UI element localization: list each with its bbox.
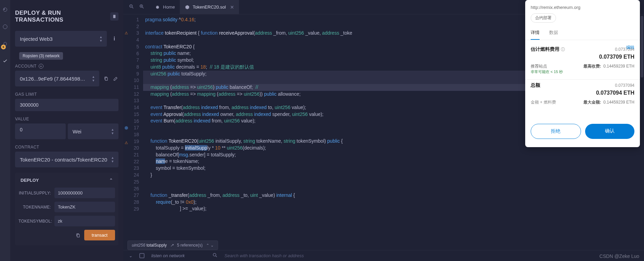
code-line[interactable]: balanceOf[msg.sender] = totalSupply;: [143, 152, 644, 158]
collapse-icon[interactable]: ⌃: [109, 178, 113, 183]
search-input[interactable]: Search with transaction hash or address: [225, 253, 304, 258]
deploy-section: DEPLOY ⌃ INITIALSUPPLY:1000000000TOKENNA…: [15, 173, 118, 245]
svg-point-10: [158, 6, 159, 7]
code-line[interactable]: }: [143, 172, 644, 179]
breakpoint-icon[interactable]: [125, 126, 128, 130]
info-circle-icon[interactable]: ⓘ: [561, 47, 565, 52]
mm-total-big: 0.0737094 ETH: [531, 90, 634, 96]
mm-tab-data[interactable]: 数据: [549, 26, 558, 40]
mm-gas-big: 0.073709 ETH: [531, 54, 634, 60]
param-label-1: TOKENNAME:: [18, 205, 51, 210]
zoom-in-icon[interactable]: [139, 4, 144, 11]
vertical-scrollbar[interactable]: [640, 14, 644, 250]
terminal-expand-icon[interactable]: ⌄: [129, 253, 132, 258]
svg-point-8: [156, 6, 159, 9]
chevron-updown-icon: ▴▾: [112, 128, 114, 135]
reference-popup[interactable]: uint256 totalSupply ↗ 5 reference(s) ⌃ ⌄: [127, 240, 218, 250]
panel-title: DEPLOY & RUN TRANSACTIONS: [15, 10, 110, 23]
copy-params-icon[interactable]: [75, 233, 81, 238]
environment-select[interactable]: Injected Web3 ▴▾: [15, 31, 107, 47]
warning-icon[interactable]: ⚠: [123, 30, 129, 37]
svg-point-1: [4, 9, 5, 10]
account-select[interactable]: 0x126...9eFe9 (7.8644598… ▴▾: [15, 71, 99, 86]
ref-up-icon[interactable]: ⌃: [206, 243, 209, 248]
zoom-out-icon[interactable]: [129, 4, 134, 11]
svg-point-11: [213, 253, 216, 256]
listen-label: listen on network: [151, 253, 185, 258]
gas-label: GAS LIMIT: [15, 92, 118, 97]
close-tab-icon[interactable]: ✕: [230, 4, 234, 10]
deploy-panel: DEPLOY & RUN TRANSACTIONS Injected Web3 …: [10, 0, 123, 261]
nav-icon-compile[interactable]: [2, 41, 8, 48]
tab-file[interactable]: TokenERC20.sol ✕: [180, 0, 239, 14]
remix-logo[interactable]: [2, 7, 8, 14]
panel-doc-icon[interactable]: [110, 12, 118, 21]
svg-point-9: [156, 6, 157, 7]
ref-down-icon[interactable]: ⌄: [211, 243, 214, 248]
value-input[interactable]: 0: [15, 123, 66, 139]
share-icon[interactable]: ↗: [170, 243, 174, 248]
warning-icon[interactable]: ⚠: [123, 140, 129, 146]
mm-total-label: 总额: [531, 82, 540, 88]
param-label-2: TOKENSYMBOL:: [18, 219, 51, 224]
chevron-updown-icon: ▴▾: [112, 156, 114, 163]
tab-home[interactable]: Home: [150, 0, 180, 14]
copy-account-icon[interactable]: [103, 76, 109, 81]
plus-icon[interactable]: +: [39, 64, 43, 69]
terminal-bar: ⌄ listen on network Search with transact…: [123, 250, 644, 261]
mm-site-label: 推荐站点: [531, 64, 547, 69]
watermark: CSDN @Zeke Luo: [599, 253, 639, 259]
mm-total-desc: 金额 + 燃料费: [531, 99, 556, 105]
metamask-popup: http://remix.ethereum.org 合约部署 详情 数据 编辑 …: [525, 0, 640, 147]
mm-pill: 合约部署: [531, 13, 556, 23]
network-tooltip: Ropsten (3) network: [19, 52, 63, 60]
code-line[interactable]: [143, 179, 644, 186]
gas-limit-input[interactable]: 3000000: [15, 99, 118, 111]
param-input-1[interactable]: TokenZK: [54, 202, 115, 212]
svg-rect-4: [105, 78, 108, 80]
env-info-icon[interactable]: i: [110, 36, 118, 42]
code-line[interactable]: symbol = tokenSymbol;: [143, 165, 644, 172]
code-line[interactable]: ] >= _value);: [143, 205, 644, 212]
code-line[interactable]: [143, 185, 644, 192]
account-label: ACCOUNT +: [15, 64, 118, 69]
svg-rect-3: [113, 15, 116, 18]
listen-checkbox[interactable]: [139, 253, 144, 258]
contract-select[interactable]: TokenERC20 - contracts/TokenERC20 ▴▾: [15, 152, 118, 167]
mm-total-small: 0.0737094: [615, 83, 634, 88]
param-input-2[interactable]: zk: [54, 216, 115, 226]
code-line[interactable]: function _transfer(address _from, addres…: [143, 192, 644, 199]
chevron-updown-icon: ▴▾: [92, 75, 94, 82]
mm-time: 非常可能在 < 15 秒: [531, 70, 563, 74]
svg-rect-5: [77, 234, 79, 237]
contract-label: CONTRACT: [15, 145, 118, 150]
mm-reject-button[interactable]: 拒绝: [531, 124, 581, 139]
icon-rail: [0, 0, 10, 261]
mm-url: http://remix.ethereum.org: [525, 0, 640, 13]
edit-account-icon[interactable]: [113, 76, 118, 81]
transact-button[interactable]: transact: [84, 230, 115, 240]
nav-icon-1[interactable]: [2, 24, 8, 31]
chevron-updown-icon: ▴▾: [100, 35, 102, 43]
value-label: VALUE: [15, 117, 118, 121]
code-line[interactable]: name = tokenName;: [143, 158, 644, 165]
nav-icon-deploy[interactable]: [2, 58, 8, 65]
svg-point-2: [3, 25, 7, 29]
param-input-0[interactable]: 1000000000: [54, 188, 115, 198]
code-line[interactable]: require(_to != 0x0);: [143, 199, 644, 206]
mm-tab-detail[interactable]: 详情: [531, 26, 540, 40]
param-label-0: INITIALSUPPLY:: [18, 191, 51, 195]
mm-gas-label: 估计燃料费用: [531, 46, 559, 52]
value-unit-select[interactable]: Wei ▴▾: [68, 123, 118, 139]
mm-edit-link[interactable]: 编辑: [626, 45, 634, 50]
mm-confirm-button[interactable]: 确认: [585, 124, 635, 139]
search-icon[interactable]: [212, 252, 218, 259]
deploy-label: DEPLOY: [21, 178, 39, 183]
